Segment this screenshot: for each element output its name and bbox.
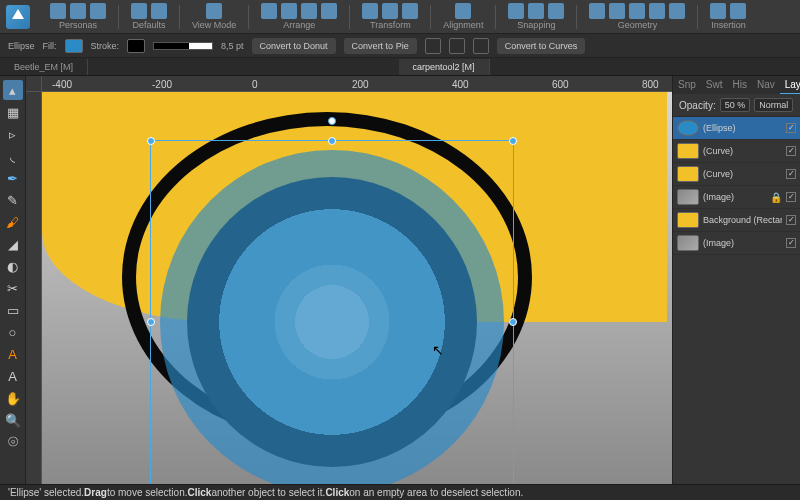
move-tool[interactable]: ▴: [3, 80, 23, 100]
opacity-value[interactable]: 50 %: [720, 98, 751, 112]
color-picker-tool[interactable]: ⦾: [3, 432, 23, 452]
layer-thumb-icon: [677, 166, 699, 182]
resize-handle-l[interactable]: [147, 318, 155, 326]
tab-swatches[interactable]: Swt: [701, 76, 728, 94]
convert-to-curves-button[interactable]: Convert to Curves: [497, 38, 586, 54]
frame-text-tool[interactable]: A: [3, 366, 23, 386]
layer-name: (Curve): [703, 146, 782, 156]
canvas[interactable]: ↖: [42, 92, 672, 484]
app-logo-icon: [6, 5, 30, 29]
layer-thumb-icon: [677, 212, 699, 228]
tab-snap[interactable]: Snp: [673, 76, 701, 94]
tab-navigator[interactable]: Nav: [752, 76, 780, 94]
layer-row[interactable]: Background (Rectangle)✓: [673, 209, 800, 232]
tab-layers[interactable]: Layers: [780, 76, 800, 94]
corner-tool[interactable]: ◟: [3, 146, 23, 166]
brush-tool[interactable]: 🖌: [3, 212, 23, 232]
group-insertion[interactable]: Insertion: [704, 3, 752, 30]
text-tool[interactable]: A: [3, 344, 23, 364]
visibility-checkbox[interactable]: ✓: [786, 123, 796, 133]
ruler-origin[interactable]: [26, 76, 42, 92]
status-bar: 'Ellipse' selected. Drag to move selecti…: [0, 484, 800, 500]
layer-row[interactable]: (Image)✓: [673, 232, 800, 255]
stroke-width-slider[interactable]: [153, 42, 213, 50]
visibility-checkbox[interactable]: ✓: [786, 238, 796, 248]
left-toolbar: ▴ ▦ ▹ ◟ ✒ ✎ 🖌 ◢ ◐ ✂ ▭ ○ A A ✋ 🔍 ⦾: [0, 76, 26, 484]
layer-thumb-icon: [677, 143, 699, 159]
right-panel: Snp Swt His Nav Layers FX St Opacity: 50…: [672, 76, 800, 484]
group-snapping[interactable]: Snapping: [502, 3, 570, 30]
group-view-mode[interactable]: View Mode: [186, 3, 242, 30]
layer-thumb-icon: [677, 189, 699, 205]
shape-tool[interactable]: ▭: [3, 300, 23, 320]
blend-mode-select[interactable]: Normal: [754, 98, 793, 112]
layers-list: (Ellipse)✓(Curve)✓(Curve)✓(Image)🔒✓Backg…: [673, 117, 800, 484]
pan-tool[interactable]: ✋: [3, 388, 23, 408]
rotate-handle[interactable]: [328, 117, 336, 125]
layer-row[interactable]: (Curve)✓: [673, 140, 800, 163]
layer-thumb-icon: [677, 120, 699, 136]
panel-tabs: Snp Swt His Nav Layers FX St: [673, 76, 800, 94]
group-arrange[interactable]: Arrange: [255, 3, 343, 30]
visibility-checkbox[interactable]: ✓: [786, 146, 796, 156]
artboard-tool[interactable]: ▦: [3, 102, 23, 122]
layer-name: (Image): [703, 238, 782, 248]
pen-tool[interactable]: ✒: [3, 168, 23, 188]
horizontal-ruler[interactable]: -400 -200 0 200 400 600 800: [42, 76, 672, 92]
pencil-tool[interactable]: ✎: [3, 190, 23, 210]
stroke-swatch[interactable]: [127, 39, 145, 53]
crop-tool[interactable]: ✂: [3, 278, 23, 298]
group-alignment[interactable]: Alignment: [437, 3, 489, 30]
transparency-tool[interactable]: ◐: [3, 256, 23, 276]
top-toolbar: Personas Defaults View Mode Arrange Tran…: [0, 0, 800, 34]
resize-handle-tl[interactable]: [147, 137, 155, 145]
visibility-checkbox[interactable]: ✓: [786, 192, 796, 202]
stroke-width-value[interactable]: 8,5 pt: [221, 41, 244, 51]
flip-icon[interactable]: [449, 38, 465, 54]
layer-name: (Curve): [703, 169, 782, 179]
context-toolbar: Ellipse Fill: Stroke: 8,5 pt Convert to …: [0, 34, 800, 58]
canvas-area[interactable]: -400 -200 0 200 400 600 800: [26, 76, 672, 484]
fill-swatch[interactable]: [65, 39, 83, 53]
group-personas[interactable]: Personas: [44, 3, 112, 30]
tab-history[interactable]: His: [727, 76, 751, 94]
layer-row[interactable]: (Ellipse)✓: [673, 117, 800, 140]
lock-icon[interactable]: 🔒: [770, 192, 782, 203]
cursor-icon: ↖: [432, 342, 444, 358]
tab-doc-0[interactable]: Beetle_EM [M]: [0, 59, 88, 75]
tool-name: Ellipse: [8, 41, 35, 51]
selection-bounding-box[interactable]: [150, 140, 514, 484]
document-tabs: Beetle_EM [M] carpentool2 [M]: [0, 58, 800, 76]
resize-handle-t[interactable]: [328, 137, 336, 145]
tab-doc-1[interactable]: carpentool2 [M]: [399, 59, 490, 75]
zoom-tool[interactable]: 🔍: [3, 410, 23, 430]
layer-name: (Ellipse): [703, 123, 782, 133]
convert-to-donut-button[interactable]: Convert to Donut: [252, 38, 336, 54]
convert-to-pie-button[interactable]: Convert to Pie: [344, 38, 417, 54]
group-transform[interactable]: Transform: [356, 3, 424, 30]
resize-handle-tr[interactable]: [509, 137, 517, 145]
layer-thumb-icon: [677, 235, 699, 251]
group-defaults[interactable]: Defaults: [125, 3, 173, 30]
layer-row[interactable]: (Curve)✓: [673, 163, 800, 186]
align-icon[interactable]: [425, 38, 441, 54]
layer-name: Background (Rectangle): [703, 215, 782, 225]
layer-row[interactable]: (Image)🔒✓: [673, 186, 800, 209]
ellipse-tool[interactable]: ○: [3, 322, 23, 342]
visibility-checkbox[interactable]: ✓: [786, 215, 796, 225]
opacity-label: Opacity:: [679, 100, 716, 111]
node-tool[interactable]: ▹: [3, 124, 23, 144]
vertical-ruler[interactable]: [26, 92, 42, 484]
group-geometry[interactable]: Geometry: [583, 3, 691, 30]
fill-tool[interactable]: ◢: [3, 234, 23, 254]
resize-handle-r[interactable]: [509, 318, 517, 326]
layer-name: (Image): [703, 192, 766, 202]
rotate-icon[interactable]: [473, 38, 489, 54]
visibility-checkbox[interactable]: ✓: [786, 169, 796, 179]
